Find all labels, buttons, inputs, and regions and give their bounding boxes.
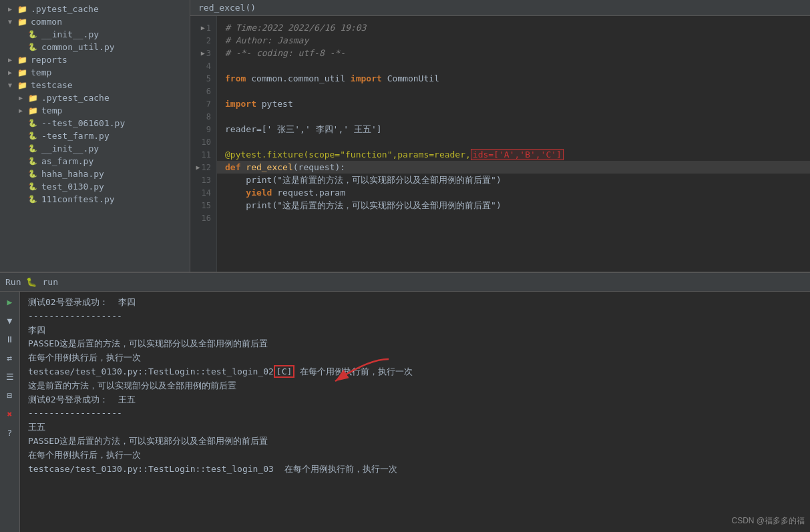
tree-item-test_farm[interactable]: 🐍-test_farm.py: [0, 129, 190, 142]
token-line9: reader=[' 张三',' 李四',' 王五']: [225, 123, 382, 136]
tree-item-pytest_cache2[interactable]: ▶📁.pytest_cache: [0, 91, 190, 104]
py-icon-conftest: 🐍: [27, 195, 39, 204]
tree-item-temp[interactable]: ▶📁temp: [0, 66, 190, 79]
code-line-3: # -*- coding: utf-8 -*-: [217, 47, 810, 59]
run-down-button[interactable]: ▼: [3, 313, 17, 328]
token-line2: # Author: Jasmay: [225, 35, 309, 45]
run-pause-button[interactable]: ⏸: [3, 332, 17, 346]
line-num-2: 2: [190, 34, 216, 47]
code-line-14: yield request.param: [217, 186, 810, 199]
code-line-13: print("这是前置的方法，可以实现部分以及全部用例的前后置"): [217, 174, 810, 186]
token-line5: from: [225, 73, 251, 83]
token-line12: (request):: [293, 162, 345, 172]
tree-item-pytest_cache_root[interactable]: ▶📁.pytest_cache: [0, 3, 190, 15]
py-icon-init_py2: 🐍: [27, 144, 39, 154]
token-line12: def: [225, 162, 246, 172]
tree-arrow-reports: ▶: [5, 56, 15, 63]
token-line14: request.param: [277, 188, 345, 198]
output-line-l16: 在每个用例执行后，执行一次: [28, 449, 802, 463]
code-editor: red_excel() ▶12▶34567891011▶1213141516 #…: [190, 0, 810, 272]
tree-label-pytest_cache2: .pytest_cache: [41, 93, 110, 103]
line-num-7: 7: [190, 97, 216, 110]
tree-item-common_util_py[interactable]: 🐍common_util.py: [0, 41, 190, 53]
py-icon-test_061601: 🐍: [27, 119, 39, 128]
token-line5: common.common_util: [251, 73, 351, 83]
line-num-13: 13: [190, 174, 216, 186]
tree-arrow-pytest_cache2: ▶: [16, 94, 25, 101]
tree-label-init_py: __init__.py: [41, 29, 99, 39]
code-line-5: from common.common_util import CommonUti…: [217, 72, 810, 85]
tree-item-init_py2[interactable]: 🐍__init__.py: [0, 142, 190, 155]
code-line-7: import pytest: [217, 97, 810, 110]
output-line-l4: 李四: [28, 324, 802, 338]
tree-item-conftest[interactable]: 🐍111conftest.py: [0, 193, 190, 206]
token-line11: ids=['A','B','C']: [471, 149, 564, 160]
output-line-l5: PASSED这是后置的方法，可以实现部分以及全部用例的前后置: [28, 337, 802, 351]
output-line-l8: testcase/test_0130.py::TestLogin::test_l…: [28, 365, 802, 379]
code-line-10: [217, 136, 810, 148]
folder-icon-temp: 📁: [16, 68, 28, 77]
py-icon-test_0130: 🐍: [27, 182, 39, 192]
tree-label-common_util_py: common_util.py: [41, 42, 115, 52]
file-tree: ▶📁.pytest_cache▼📁common🐍__init__.py🐍comm…: [0, 0, 190, 272]
output-line-l11: 测试02号登录成功： 王五: [28, 393, 802, 407]
tree-arrow-temp: ▶: [5, 69, 15, 76]
line-num-6: 6: [190, 85, 216, 97]
run-play-button[interactable]: ▶: [3, 294, 17, 309]
line-num-4: 4: [190, 59, 216, 72]
tree-arrow-testcase: ▼: [5, 81, 15, 89]
output-line-l2: ------------------: [28, 310, 802, 324]
token-line3: # -*- coding: utf-8 -*-: [225, 48, 345, 58]
tree-arrow-pytest_cache_root: ▶: [5, 5, 15, 13]
main-area: ▶📁.pytest_cache▼📁common🐍__init__.py🐍comm…: [0, 0, 810, 272]
tree-item-haha_haha[interactable]: 🐍haha_haha.py: [0, 168, 190, 180]
tree-item-common[interactable]: ▼📁common: [0, 15, 190, 28]
output-line-l9: 这是前置的方法，可以实现部分以及全部用例的前后置: [28, 379, 802, 393]
code-line-9: reader=[' 张三',' 李四',' 王五']: [217, 123, 810, 136]
tree-label-reports: reports: [31, 55, 67, 65]
token-line12: red_excel: [246, 162, 292, 172]
code-line-16: [217, 212, 810, 224]
tree-label-as_farm: as_farm.py: [41, 156, 93, 166]
tree-item-init_py[interactable]: 🐍__init__.py: [0, 28, 190, 41]
code-content[interactable]: # Time:2022 2022/6/16 19:03# Author: Jas…: [217, 16, 810, 272]
tree-arrow-common: ▼: [5, 18, 15, 25]
folder-icon-pytest_cache_root: 📁: [16, 5, 28, 14]
tree-item-test_0130[interactable]: 🐍test_0130.py: [0, 180, 190, 193]
run-close-button[interactable]: ✖: [3, 407, 17, 421]
tree-item-temp2[interactable]: ▶📁temp: [0, 104, 190, 117]
output-line-l18: testcase/test_0130.py::TestLogin::test_l…: [28, 463, 802, 477]
editor-function-name: red_excel(): [190, 0, 810, 16]
token-line5: import: [351, 73, 387, 83]
tree-label-test_farm: -test_farm.py: [41, 131, 110, 141]
py-icon-common_util_py: 🐍: [27, 43, 39, 52]
line-num-5: 5: [190, 72, 216, 85]
tree-arrow-temp2: ▶: [16, 107, 25, 114]
run-sidebar: ▶▼⏸⇄☰⊟✖?: [0, 292, 20, 532]
tree-item-testcase[interactable]: ▼📁testcase: [0, 79, 190, 91]
token-line15: print("这是后置的方法，可以实现部分以及全部用例的前后置"): [225, 200, 501, 212]
token-line5: CommonUtil: [387, 73, 439, 83]
code-line-6: [217, 85, 810, 97]
tree-label-common: common: [31, 17, 62, 27]
line-num-10: 10: [190, 136, 216, 148]
run-help-button[interactable]: ?: [3, 425, 17, 440]
tree-item-test_061601[interactable]: 🐍--test_061601.py: [0, 117, 190, 129]
code-line-11: @pytest.fixture(scope="function",params=…: [217, 148, 810, 161]
run-collapse-button[interactable]: ⊟: [3, 388, 17, 403]
folder-icon-common: 📁: [16, 17, 28, 27]
tree-item-reports[interactable]: ▶📁reports: [0, 53, 190, 66]
py-icon-haha_haha: 🐍: [27, 170, 39, 179]
csdn-watermark: CSDN @福多多的福: [731, 515, 805, 527]
run-label: Run: [5, 277, 21, 287]
token-line1: # Time:2022 2022/6/16 19:03: [225, 23, 366, 33]
code-line-2: # Author: Jasmay: [217, 34, 810, 47]
run-name: run: [42, 277, 57, 287]
code-line-15: print("这是后置的方法，可以实现部分以及全部用例的前后置"): [217, 199, 810, 212]
tree-label-conftest: 111conftest.py: [41, 194, 115, 204]
tree-item-as_farm[interactable]: 🐍as_farm.py: [0, 155, 190, 168]
run-rerun-button[interactable]: ⇄: [3, 350, 17, 365]
output-line-l14: 王五: [28, 421, 802, 435]
tree-label-pytest_cache_root: .pytest_cache: [31, 4, 99, 14]
run-menu-button[interactable]: ☰: [3, 369, 17, 384]
